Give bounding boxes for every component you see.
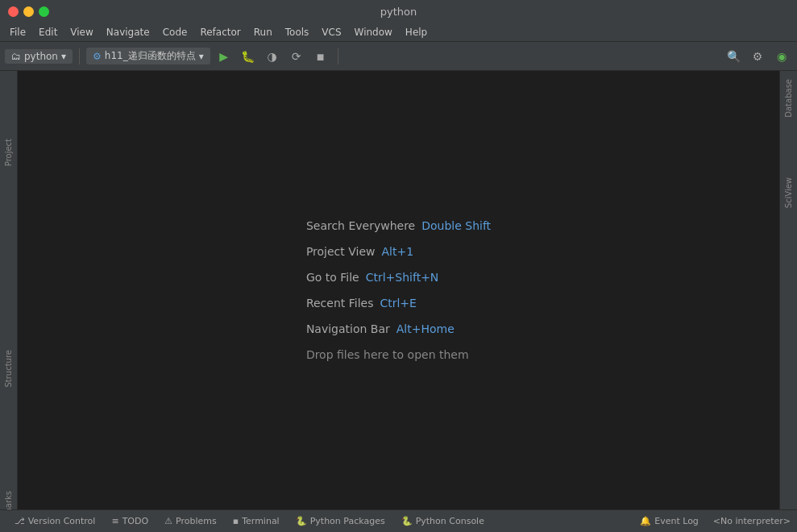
python-console-icon: 🐍: [401, 516, 413, 526]
project-label: python: [24, 51, 58, 62]
right-sidebar: Database SciView: [779, 71, 797, 509]
toolbar: 🗂 python ▾ ⚙ h11_递归函数的特点 ▾ ▶ 🐛 ◑ ⟳ ◾ 🔍 ⚙…: [0, 42, 797, 71]
terminal-label: Terminal: [242, 516, 280, 526]
menu-tools[interactable]: Tools: [279, 25, 316, 39]
sciview-panel-label[interactable]: SciView: [782, 172, 795, 213]
event-log-label: Event Log: [654, 516, 699, 526]
main-layout: Project Structure Bookmarks Search Every…: [0, 71, 797, 509]
run-config-chevron: ▾: [199, 51, 204, 62]
menu-run[interactable]: Run: [247, 25, 279, 39]
menu-view[interactable]: View: [64, 25, 99, 39]
version-control-icon: ⎇: [15, 516, 25, 526]
chevron-down-icon: ▾: [61, 51, 66, 62]
project-view-label: Project View: [306, 245, 376, 258]
version-control-label: Version Control: [28, 516, 96, 526]
menu-edit[interactable]: Edit: [32, 25, 64, 39]
search-everywhere-shortcut[interactable]: Double Shift: [421, 219, 491, 232]
debug-button[interactable]: 🐛: [238, 46, 259, 67]
project-panel-label[interactable]: Project: [2, 135, 15, 169]
welcome-content: Search Everywhere Double Shift Project V…: [306, 219, 491, 361]
profile-button[interactable]: ⟳: [286, 46, 307, 67]
menu-window[interactable]: Window: [348, 25, 399, 39]
nav-bar-label: Navigation Bar: [306, 322, 390, 335]
menu-code[interactable]: Code: [156, 25, 194, 39]
structure-panel-label[interactable]: Structure: [2, 347, 15, 391]
editor-area: Search Everywhere Double Shift Project V…: [18, 71, 779, 509]
event-log-tab[interactable]: 🔔 Event Log: [632, 513, 707, 530]
goto-file-shortcut[interactable]: Ctrl+Shift+N: [366, 271, 439, 284]
menu-help[interactable]: Help: [399, 25, 434, 39]
menu-vcs[interactable]: VCS: [315, 25, 347, 39]
python-packages-label: Python Packages: [310, 516, 385, 526]
python-console-tab[interactable]: 🐍 Python Console: [393, 513, 492, 530]
project-selector[interactable]: 🗂 python ▾: [5, 49, 73, 64]
python-console-label: Python Console: [416, 516, 484, 526]
terminal-icon: ▪: [233, 516, 239, 526]
version-control-tab[interactable]: ⎇ Version Control: [6, 513, 103, 530]
run-config-label: h11_递归函数的特点: [105, 49, 196, 63]
todo-icon: ≡: [111, 516, 118, 526]
close-button[interactable]: [8, 6, 19, 17]
project-icon: 🗂: [11, 51, 21, 62]
search-everywhere-row: Search Everywhere Double Shift: [306, 219, 491, 232]
interpreter-status[interactable]: <No interpreter>: [713, 516, 791, 526]
goto-file-label: Go to File: [306, 271, 359, 284]
project-view-shortcut[interactable]: Alt+1: [381, 245, 413, 258]
todo-tab[interactable]: ≡ TODO: [103, 513, 156, 530]
window-title: python: [380, 6, 417, 18]
project-view-row: Project View Alt+1: [306, 245, 491, 258]
terminal-tab[interactable]: ▪ Terminal: [225, 513, 288, 530]
database-panel-label[interactable]: Database: [782, 74, 795, 123]
plugin-button[interactable]: ◉: [771, 46, 792, 67]
menu-bar: File Edit View Navigate Code Refactor Ru…: [0, 23, 797, 42]
settings-button[interactable]: ⚙: [747, 46, 768, 67]
nav-bar-row: Navigation Bar Alt+Home: [306, 322, 491, 335]
problems-icon: ⚠: [164, 516, 172, 526]
python-packages-icon: 🐍: [296, 516, 307, 526]
minimize-button[interactable]: [23, 6, 34, 17]
window-controls: [8, 6, 49, 17]
toolbar-separator-1: [79, 48, 80, 64]
python-packages-tab[interactable]: 🐍 Python Packages: [288, 513, 393, 530]
run-button[interactable]: ▶: [214, 46, 235, 67]
coverage-button[interactable]: ◑: [262, 46, 283, 67]
recent-files-row: Recent Files Ctrl+E: [306, 297, 491, 310]
run-config-function-icon: ⚙: [93, 51, 102, 62]
drop-files-label: Drop files here to open them: [306, 348, 469, 361]
menu-navigate[interactable]: Navigate: [100, 25, 156, 39]
todo-label: TODO: [122, 516, 149, 526]
nav-bar-shortcut[interactable]: Alt+Home: [396, 322, 455, 335]
title-bar: python: [0, 0, 797, 23]
problems-label: Problems: [176, 516, 217, 526]
run-config-selector[interactable]: ⚙ h11_递归函数的特点 ▾: [86, 48, 210, 64]
menu-file[interactable]: File: [3, 25, 32, 39]
status-right: 🔔 Event Log <No interpreter>: [632, 513, 791, 530]
recent-files-shortcut[interactable]: Ctrl+E: [380, 297, 417, 310]
drop-files-row: Drop files here to open them: [306, 348, 491, 361]
search-everywhere-button[interactable]: 🔍: [723, 46, 744, 67]
event-log-icon: 🔔: [640, 516, 651, 526]
left-panels-strip: Project Structure Bookmarks: [0, 71, 18, 509]
status-bar: ⎇ Version Control ≡ TODO ⚠ Problems ▪ Te…: [0, 509, 797, 532]
toolbar-separator-2: [338, 48, 338, 64]
menu-refactor[interactable]: Refactor: [193, 25, 247, 39]
recent-files-label: Recent Files: [306, 297, 374, 310]
search-everywhere-label: Search Everywhere: [306, 219, 415, 232]
pause-button[interactable]: ◾: [310, 46, 331, 67]
maximize-button[interactable]: [39, 6, 49, 17]
goto-file-row: Go to File Ctrl+Shift+N: [306, 271, 491, 284]
problems-tab[interactable]: ⚠ Problems: [156, 513, 225, 530]
